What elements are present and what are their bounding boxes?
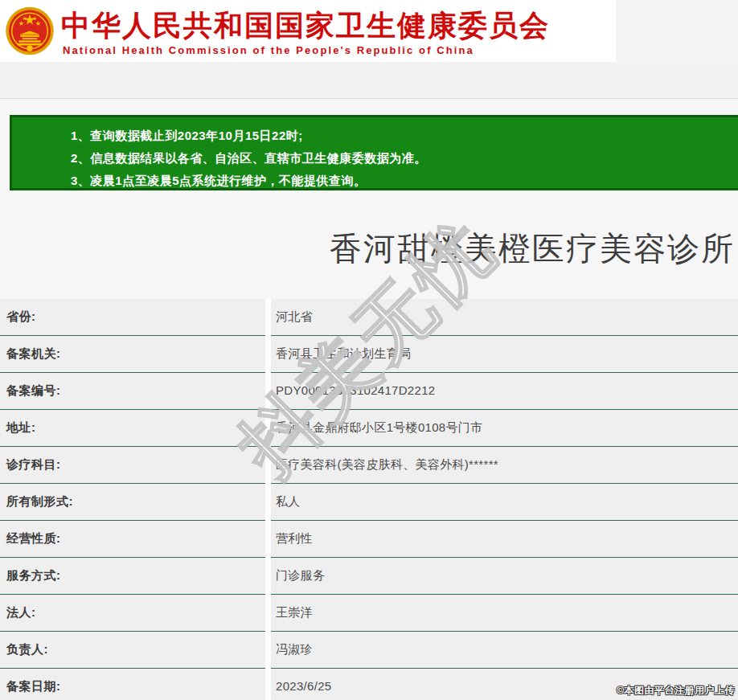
table-row: 经营性质:营利性	[0, 521, 738, 558]
row-value: 香河县金鼎府邸小区1号楼0108号门市	[271, 410, 738, 447]
notice-line-3: 3、凌晨1点至凌晨5点系统进行维护，不能提供查询。	[71, 170, 738, 192]
lower-band	[0, 99, 738, 115]
column-gap	[265, 484, 271, 521]
site-header: 中华人民共和国国家卫生健康委员会 National Health Commiss…	[0, 0, 616, 62]
row-label: 备案机关:	[0, 336, 265, 373]
row-value: 冯淑珍	[271, 632, 738, 669]
row-value: 私人	[271, 484, 738, 521]
commission-title-cn: 中华人民共和国国家卫生健康委员会	[61, 6, 608, 46]
national-emblem-icon	[5, 3, 55, 59]
column-gap	[265, 521, 271, 558]
row-value: 香河县卫生和计划生育局	[271, 336, 738, 373]
column-gap	[265, 336, 271, 373]
table-row: 备案编号:PDY00013313102417D2212	[0, 373, 738, 410]
row-value: 河北省	[271, 299, 738, 336]
row-label: 服务方式:	[0, 558, 265, 595]
column-gap	[265, 373, 271, 410]
column-gap	[265, 632, 271, 669]
row-value: 门诊服务	[271, 558, 738, 595]
table-row: 所有制形式:私人	[0, 484, 738, 521]
column-gap	[265, 595, 271, 632]
commission-title-en: National Health Commission of the People…	[63, 44, 609, 56]
table-row: 省份:河北省	[0, 299, 738, 336]
row-value: PDY00013313102417D2212	[271, 373, 738, 410]
table-row: 备案机关:香河县卫生和计划生育局	[0, 336, 738, 373]
table-row: 服务方式:门诊服务	[0, 558, 738, 595]
column-gap	[265, 447, 271, 484]
column-gap	[265, 558, 271, 595]
row-label: 诊疗科目:	[0, 447, 265, 484]
row-label: 法人:	[0, 595, 265, 632]
table-row: 法人:王崇洋	[0, 595, 738, 632]
row-label: 所有制形式:	[0, 484, 265, 521]
detail-table: 省份:河北省备案机关:香河县卫生和计划生育局备案编号:PDY0001331310…	[0, 299, 738, 700]
corner-watermark: ©本图由平台注册用户上传	[617, 684, 735, 698]
notice-line-1: 1、查询数据截止到2023年10月15日22时;	[71, 125, 738, 147]
sub-band	[0, 62, 738, 98]
table-row: 负责人:冯淑珍	[0, 632, 738, 669]
row-value: 王崇洋	[271, 595, 738, 632]
row-label: 省份:	[0, 299, 265, 336]
clinic-name-title: 香河甜橙美橙医疗美容诊所	[330, 227, 738, 271]
row-label: 地址:	[0, 410, 265, 447]
row-value: 医疗美容科(美容皮肤科、美容外科)******	[271, 447, 738, 484]
row-label: 负责人:	[0, 632, 265, 669]
column-gap	[265, 410, 271, 447]
row-value: 营利性	[271, 521, 738, 558]
notice-box: 1、查询数据截止到2023年10月15日22时; 2、信息数据结果以各省、自治区…	[10, 115, 738, 190]
row-label: 备案日期:	[0, 669, 265, 700]
notice-line-2: 2、信息数据结果以各省、自治区、直辖市卫生健康委数据为准。	[71, 147, 738, 170]
table-row: 诊疗科目:医疗美容科(美容皮肤科、美容外科)******	[0, 447, 738, 484]
column-gap	[265, 669, 271, 700]
column-gap	[265, 299, 271, 336]
row-label: 经营性质:	[0, 521, 265, 558]
row-label: 备案编号:	[0, 373, 265, 410]
table-row: 地址:香河县金鼎府邸小区1号楼0108号门市	[0, 410, 738, 447]
